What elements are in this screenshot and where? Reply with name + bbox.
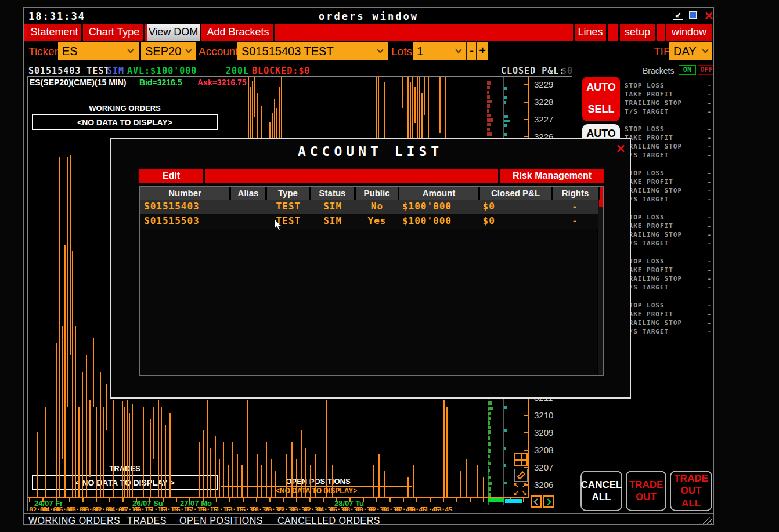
price-label: 3208 [534, 445, 553, 455]
status-tab-cancelled-orders[interactable]: CANCELLED ORDERS [277, 516, 380, 525]
bracket-value[interactable]: - [707, 151, 712, 159]
bracket-value[interactable]: - [707, 275, 712, 283]
bracket-value[interactable]: - [707, 91, 712, 98]
trade-depth-bar [488, 487, 491, 491]
ticker-select[interactable]: ES [58, 42, 139, 60]
scrollbar-thumb[interactable] [599, 187, 603, 207]
account-row[interactable]: S01515503TESTSIMYes$100'000$0- [140, 214, 598, 229]
maximize-icon[interactable] [689, 11, 697, 19]
volume-spike [106, 384, 107, 430]
cell-closed-p-l: $0 [479, 214, 552, 229]
lots-select[interactable]: 1 [413, 42, 466, 60]
expiry-select[interactable]: SEP20 [141, 42, 196, 60]
bracket-label: T/S TARGET [625, 328, 669, 335]
account-label: Account [199, 45, 239, 58]
close-icon[interactable] [704, 11, 713, 20]
time-tick [430, 498, 431, 502]
trade-out-all-button[interactable]: TRADE OUT ALL [670, 471, 712, 511]
bracket-value[interactable]: - [707, 266, 712, 274]
bracket-label: TAKE PROFIT [625, 222, 673, 230]
column-header-rights[interactable]: Rights [553, 187, 600, 200]
account-select[interactable]: S01515403 TEST [237, 42, 388, 60]
menu-item-setup[interactable]: setup [618, 24, 657, 41]
menu-item-view-dom[interactable]: View DOM [147, 24, 201, 41]
volume-spike [384, 82, 385, 139]
minimize-icon[interactable]: ↙ [673, 10, 683, 20]
menu-item-lines[interactable]: Lines [573, 24, 608, 41]
cell-type: TEST [266, 200, 310, 214]
bracket-value[interactable]: - [707, 99, 712, 107]
status-tab-open-positions[interactable]: OPEN POSITIONS [179, 516, 263, 525]
bracket-value[interactable]: - [707, 143, 712, 150]
bracket-value[interactable]: - [707, 196, 712, 203]
bracket-value[interactable]: - [707, 222, 712, 230]
menu-item-chart-type[interactable]: Chart Type [85, 24, 145, 41]
column-header-status[interactable]: Status [311, 187, 356, 200]
bid-depth-bar [504, 133, 507, 136]
scroll-right-icon[interactable] [543, 495, 554, 508]
bracket-row: TRAILING STOP- [625, 187, 712, 196]
trade-out-button[interactable]: TRADE OUT [626, 471, 666, 511]
pencil-icon[interactable] [514, 469, 528, 482]
risk-management-button[interactable]: Risk Management [500, 169, 604, 183]
column-header-public[interactable]: Public [356, 187, 399, 200]
bracket-value[interactable]: - [707, 302, 712, 309]
ask-depth-bar [487, 114, 491, 117]
status-tab-trades[interactable]: TRADES [127, 516, 167, 525]
volume-spike [257, 454, 258, 497]
bracket-value[interactable]: - [707, 82, 712, 89]
column-header-type[interactable]: Type [267, 187, 311, 200]
expand-arrows-icon[interactable]: ↖↗ ↙↘ [513, 483, 527, 495]
lots-decrement-button[interactable]: - [466, 42, 476, 60]
bracket-row: TAKE PROFIT- [625, 266, 712, 275]
column-header-amount[interactable]: Amount [399, 187, 480, 200]
bracket-value[interactable]: - [707, 231, 712, 238]
price-tick [524, 84, 528, 85]
tif-select[interactable]: DAY [669, 42, 712, 60]
time-tick [229, 498, 230, 502]
scroll-left-icon[interactable] [531, 495, 542, 508]
volume-spike [414, 87, 416, 123]
brackets-off-button[interactable]: OFF [698, 65, 714, 75]
cancel-all-button[interactable]: CANCEL ALL [580, 471, 622, 511]
time-tick [470, 498, 471, 502]
bracket-value[interactable]: - [707, 284, 712, 291]
price-tick [524, 432, 528, 433]
status-tab-working-orders[interactable]: WORKING ORDERS [28, 516, 120, 525]
brackets-on-button[interactable]: ON [679, 65, 696, 75]
time-tick [523, 498, 524, 502]
bracket-value[interactable]: - [707, 169, 712, 177]
menu-item-add-brackets[interactable]: Add Brackets [203, 24, 275, 41]
column-header-number[interactable]: Number [140, 187, 231, 200]
bracket-value[interactable]: - [707, 187, 712, 194]
bracket-value[interactable]: - [707, 319, 712, 327]
lots-increment-button[interactable]: + [476, 42, 488, 60]
account-row[interactable]: S01515403TESTSIMNo$100'000$0- [140, 200, 598, 214]
bracket-value[interactable]: - [707, 328, 712, 335]
bracket-value[interactable]: - [707, 258, 712, 265]
edit-button[interactable]: Edit [139, 169, 203, 183]
bracket-value[interactable]: - [707, 310, 712, 318]
grid-layout-icon[interactable] [514, 453, 528, 466]
menu-item-statement[interactable]: Statement [27, 24, 83, 41]
column-header-closed-p-l[interactable]: Closed P&L [480, 187, 553, 200]
resize-grip-icon[interactable] [698, 516, 712, 525]
menu-item-window[interactable]: window [665, 24, 713, 41]
volume-spike [78, 407, 80, 497]
auto-sell-button[interactable]: AUTO SELL [582, 77, 620, 121]
bracket-row: TAKE PROFIT- [625, 222, 712, 231]
volume-spike [143, 407, 144, 497]
volume-spike [254, 77, 255, 117]
column-header-alias[interactable]: Alias [231, 187, 267, 200]
volume-spike [384, 471, 385, 497]
bracket-label: TAKE PROFIT [625, 266, 673, 274]
bracket-value[interactable]: - [707, 108, 712, 115]
bracket-label: STOP LOSS [625, 125, 665, 133]
auto-buy-label: AUTO [586, 128, 616, 139]
bracket-value[interactable]: - [707, 134, 712, 142]
dialog-close-icon[interactable] [616, 144, 625, 153]
bracket-value[interactable]: - [707, 240, 712, 247]
bracket-value[interactable]: - [707, 125, 712, 133]
bracket-value[interactable]: - [707, 178, 712, 186]
bracket-value[interactable]: - [707, 213, 712, 221]
